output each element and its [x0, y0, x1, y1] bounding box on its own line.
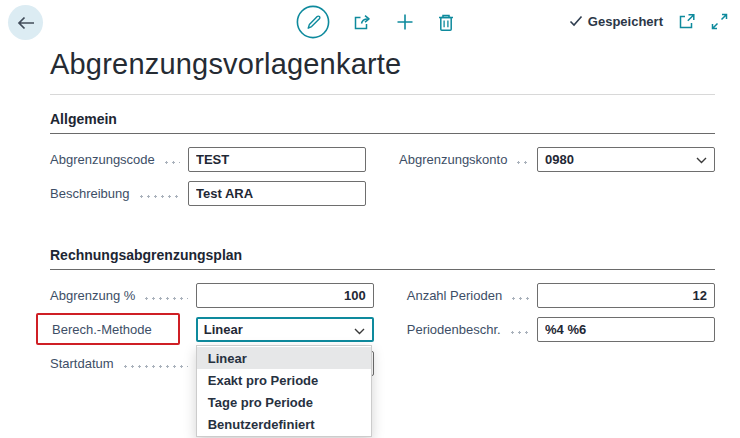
anzahl-perioden-label: Anzahl Perioden [407, 288, 502, 303]
back-arrow-icon [17, 16, 35, 30]
berech-methode-value: Linear [204, 322, 243, 337]
abgrenzung-prozent-label: Abgrenzung % [50, 288, 135, 303]
abgrenzungscode-label: Abgrenzungscode [50, 152, 155, 167]
field-abgrenzungskonto: Abgrenzungskonto 0980 [399, 142, 715, 176]
section-allgemein: Allgemein Abgrenzungscode Beschreibung [50, 111, 715, 210]
dotted-leader [163, 161, 180, 164]
dotted-leader [510, 297, 529, 300]
berech-methode-select[interactable]: Linear [196, 317, 374, 342]
abgrenzung-prozent-input[interactable] [196, 283, 374, 308]
periodenbeschr-label: Periodenbeschr. [407, 322, 501, 337]
check-icon [569, 14, 583, 28]
section-plan-title[interactable]: Rechnungsabgrenzungsplan [50, 247, 715, 270]
field-periodenbeschr: Periodenbeschr. [407, 312, 715, 346]
dropdown-option-linear[interactable]: Linear [197, 347, 371, 369]
section-rechnungsabgrenzungsplan: Rechnungsabgrenzungsplan Abgrenzung % Be… [50, 247, 715, 380]
back-button[interactable] [8, 5, 43, 40]
red-highlight-box: Berech.-Methode [36, 313, 180, 345]
dropdown-option-exakt-pro-periode[interactable]: Exakt pro Periode [197, 369, 371, 391]
allgemein-right-column: Abgrenzungskonto 0980 [399, 142, 715, 210]
title-divider [50, 94, 715, 95]
beschreibung-label: Beschreibung [50, 186, 130, 201]
dotted-leader [509, 331, 529, 334]
header-right-group: Gespeichert [569, 12, 728, 30]
dotted-leader [138, 195, 181, 198]
share-button[interactable] [352, 12, 373, 32]
field-abgrenzung-prozent: Abgrenzung % [50, 278, 374, 312]
field-beschreibung: Beschreibung [50, 176, 366, 210]
pop-out-icon [678, 12, 696, 30]
save-status: Gespeichert [569, 14, 663, 29]
abgrenzungskonto-value: 0980 [545, 152, 574, 167]
popout-button[interactable] [678, 12, 696, 30]
plan-right-column: Anzahl Perioden Periodenbeschr. [407, 278, 715, 380]
dotted-leader [122, 365, 188, 368]
delete-button[interactable] [437, 12, 455, 32]
expand-icon [711, 13, 728, 30]
expand-button[interactable] [711, 13, 728, 30]
dotted-leader [515, 161, 529, 164]
card-content: Allgemein Abgrenzungscode Beschreibung [50, 111, 715, 380]
dropdown-option-benutzerdefiniert[interactable]: Benutzerdefiniert [197, 413, 371, 435]
field-abgrenzungscode: Abgrenzungscode [50, 142, 366, 176]
pencil-icon [296, 5, 330, 39]
field-berech-methode: Berech.-Methode Linear Linear [50, 312, 374, 346]
section-allgemein-title[interactable]: Allgemein [50, 111, 715, 134]
abgrenzungskonto-label: Abgrenzungskonto [399, 152, 507, 167]
plus-icon [395, 12, 415, 32]
periodenbeschr-input[interactable] [537, 317, 715, 342]
chevron-down-icon[interactable] [354, 328, 365, 335]
toolbar [296, 5, 455, 39]
field-anzahl-perioden: Anzahl Perioden [407, 278, 715, 312]
page-title: Abgrenzungsvorlagenkarte [50, 48, 740, 81]
berech-methode-dropdown: Linear Exakt pro Periode Tage pro Period… [196, 345, 372, 437]
dropdown-option-tage-pro-periode[interactable]: Tage pro Periode [197, 391, 371, 413]
share-icon [352, 12, 373, 32]
trash-icon [437, 12, 455, 32]
beschreibung-input[interactable] [188, 181, 366, 206]
chevron-down-icon[interactable] [696, 157, 707, 164]
abgrenzungscode-input[interactable] [188, 147, 366, 172]
allgemein-left-column: Abgrenzungscode Beschreibung [50, 142, 366, 210]
plan-left-column: Abgrenzung % Berech.-Methode Linear [50, 278, 374, 380]
header: Gespeichert [0, 0, 740, 46]
save-status-label: Gespeichert [588, 14, 663, 29]
dotted-leader [143, 297, 187, 300]
startdatum-label: Startdatum [50, 356, 114, 371]
new-button[interactable] [395, 12, 415, 32]
anzahl-perioden-input[interactable] [537, 283, 715, 308]
abgrenzungskonto-combobox[interactable]: 0980 [537, 147, 715, 172]
berech-methode-label: Berech.-Methode [52, 322, 152, 337]
edit-button[interactable] [296, 5, 330, 39]
